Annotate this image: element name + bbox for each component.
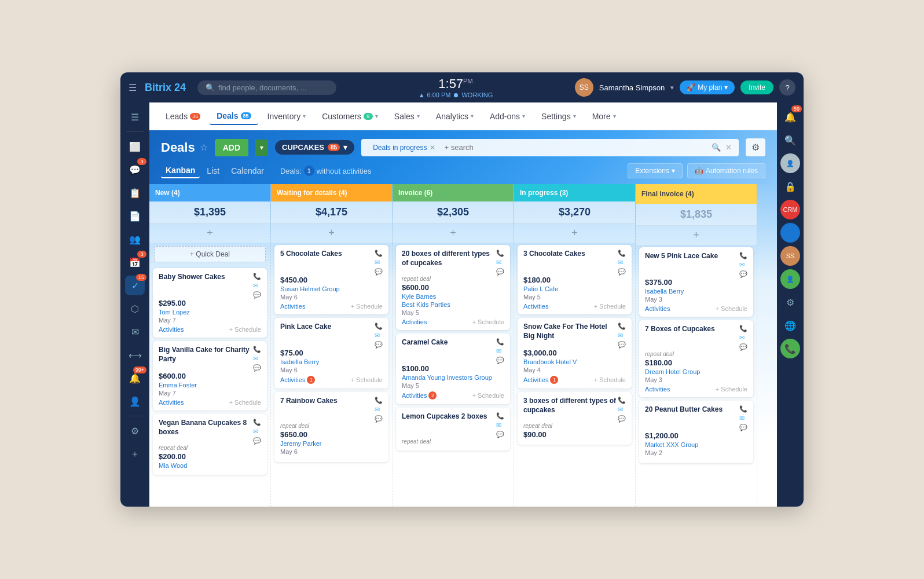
col-add-final[interactable]: +	[636, 226, 757, 245]
deal-card-7boxes-cupcakes[interactable]: 7 Boxes of Cupcakes 📞 ✉ 💬 repeat deal $1…	[639, 320, 753, 397]
tab-kanban[interactable]: Kanban	[161, 163, 200, 178]
rs-notifications[interactable]: 🔔59	[780, 107, 800, 127]
sidebar-icon-settings[interactable]: ⚙	[125, 421, 145, 441]
filter-cupcakes-button[interactable]: CUPCAKES 85 ▾	[275, 140, 354, 155]
deal-card-baby-shower[interactable]: Baby Shower Cakes 📞 ✉ 💬 $295.00 Tom Lope…	[153, 268, 267, 338]
phone-icon[interactable]: 📞	[739, 325, 747, 332]
rs-lock[interactable]: 🔒	[780, 177, 800, 196]
info-icon[interactable]: ⓘ	[743, 189, 751, 199]
comment-icon[interactable]: 💬	[739, 343, 747, 351]
mail-icon[interactable]: ✉	[253, 428, 261, 435]
deal-card-snow-cake[interactable]: Snow Cake For The Hotel Big Night 📞 ✉ 💬 …	[518, 318, 632, 389]
deal-card-7rainbow[interactable]: 7 Rainbow Cakes 📞 ✉ 💬 repeat deal $650.0…	[274, 392, 388, 462]
rs-search[interactable]: 🔍	[780, 130, 800, 150]
sidebar-icon-users[interactable]: 👥	[125, 229, 145, 249]
mail-icon[interactable]: ✉	[375, 406, 383, 413]
sidebar-icon-menu[interactable]: ☰	[125, 107, 145, 127]
activities-link[interactable]: Activities	[159, 399, 184, 406]
col-add-waiting[interactable]: +	[271, 223, 392, 243]
hamburger-icon[interactable]: ☰	[129, 82, 137, 93]
mail-icon[interactable]: ✉	[496, 347, 504, 355]
activities-link[interactable]: Activities	[159, 326, 184, 333]
activities-link[interactable]: Activities	[645, 305, 670, 312]
mail-icon[interactable]: ✉	[739, 261, 747, 269]
invite-button[interactable]: Invite	[740, 80, 773, 94]
phone-icon[interactable]: 📞	[375, 323, 383, 330]
deal-card-vegan-banana[interactable]: Vegan Banana Cupcakes 8 boxes 📞 ✉ 💬 repe…	[153, 414, 267, 475]
phone-icon[interactable]: 📞	[253, 419, 261, 426]
sidebar-icon-chat[interactable]: 💬3	[125, 160, 145, 179]
sidebar-icon-calendar[interactable]: 📅3	[125, 252, 145, 272]
schedule-link[interactable]: + Schedule	[716, 386, 747, 393]
schedule-link[interactable]: + Schedule	[229, 326, 261, 333]
card-contact[interactable]: Isabella Berry	[645, 288, 747, 295]
nav-customers[interactable]: Customers 9 ▾	[315, 108, 385, 124]
comment-icon[interactable]: 💬	[496, 431, 504, 438]
activities-link[interactable]: Activities	[402, 318, 427, 325]
favorite-icon[interactable]: ☆	[200, 142, 208, 153]
pipeline-tag-close[interactable]: ✕	[430, 144, 435, 152]
phone-icon[interactable]: 📞	[375, 250, 383, 257]
phone-icon[interactable]: 📞	[618, 323, 626, 330]
card-contact[interactable]: Market XXX Group	[645, 441, 747, 448]
nav-leads[interactable]: Leads 35	[159, 108, 207, 124]
rs-globe[interactable]: 🌐	[780, 316, 800, 335]
mail-icon[interactable]: ✉	[375, 259, 383, 266]
comment-icon[interactable]: 💬	[375, 268, 383, 276]
card-contact[interactable]: Dream Hotel Group	[645, 368, 747, 375]
comment-icon[interactable]: 💬	[253, 437, 261, 445]
nav-settings[interactable]: Settings ▾	[534, 108, 583, 124]
sidebar-icon-routes[interactable]: ⟷	[125, 345, 145, 365]
mail-icon[interactable]: ✉	[618, 406, 626, 413]
rs-avatar-crm[interactable]: CRM	[780, 200, 800, 219]
deal-card-5choc[interactable]: 5 Chocolate Cakes 📞 ✉ 💬 $450.00 Susan He…	[274, 245, 388, 314]
sidebar-icon-add[interactable]: ＋	[125, 444, 145, 464]
phone-icon[interactable]: 📞	[496, 338, 504, 346]
comment-icon[interactable]: 💬	[618, 415, 626, 423]
tab-list[interactable]: List	[202, 164, 224, 178]
clear-search-icon[interactable]: ✕	[725, 143, 732, 152]
comment-icon[interactable]: 💬	[618, 341, 626, 349]
activities-link[interactable]: Activities 2	[402, 391, 437, 400]
quick-deal-button[interactable]: + Quick Deal	[154, 246, 266, 262]
card-contact[interactable]: Emma Foster	[159, 382, 261, 389]
rs-avatar-3[interactable]: SS	[780, 246, 800, 266]
sidebar-icon-docs[interactable]: 📄	[125, 206, 145, 226]
mail-icon[interactable]: ✉	[739, 334, 747, 342]
deal-card-20peanut[interactable]: 20 Peanut Butter Cakes 📞 ✉ 💬 $1,200.00 M…	[639, 401, 753, 463]
phone-icon[interactable]: 📞	[253, 346, 261, 353]
comment-icon[interactable]: 💬	[739, 270, 747, 278]
comment-icon[interactable]: 💬	[253, 291, 261, 299]
user-dropdown-icon[interactable]: ▾	[670, 84, 674, 91]
activities-link[interactable]: Activities 1	[280, 376, 315, 384]
mail-icon[interactable]: ✉	[253, 355, 261, 362]
rs-settings[interactable]: ⚙	[780, 292, 800, 312]
schedule-link[interactable]: + Schedule	[594, 376, 626, 383]
card-contact[interactable]: Amanda Young Investors Group	[402, 374, 504, 381]
phone-icon[interactable]: 📞	[496, 412, 504, 420]
sidebar-icon-crm[interactable]: ✓15	[125, 276, 145, 295]
comment-icon[interactable]: 💬	[739, 424, 747, 431]
deal-card-lemon-cupcakes[interactable]: Lemon Cupcakes 2 boxes 📞 ✉ 💬 repeat deal	[396, 408, 510, 450]
rs-avatar-1[interactable]: 👤	[780, 153, 800, 173]
schedule-link[interactable]: + Schedule	[472, 318, 504, 325]
mail-icon[interactable]: ✉	[375, 332, 383, 339]
deal-card-3choc[interactable]: 3 Chocolate Cakes 📞 ✉ 💬 $180.00 Patio L …	[518, 245, 632, 314]
automation-button[interactable]: 🤖Automation rules	[687, 163, 765, 178]
phone-icon[interactable]: 📞	[618, 397, 626, 404]
search-bar[interactable]: 🔍	[197, 80, 336, 95]
deal-card-caramel[interactable]: Caramel Cake 📞 ✉ 💬 $100.00 Amanda Young …	[396, 334, 510, 404]
deal-card-vanilla-cake[interactable]: Big Vanilla Cake for Charity Party 📞 ✉ 💬…	[153, 341, 267, 411]
card-contact2[interactable]: Best Kids Parties	[402, 301, 504, 308]
comment-icon[interactable]: 💬	[496, 357, 504, 364]
mail-icon[interactable]: ✉	[496, 259, 504, 266]
phone-icon[interactable]: 📞	[253, 273, 261, 280]
card-contact[interactable]: Jeremy Parker	[280, 440, 383, 447]
nav-deals[interactable]: Deals 85	[210, 108, 258, 125]
nav-sales[interactable]: Sales ▾	[387, 108, 427, 124]
search-input[interactable]	[218, 83, 322, 92]
rs-avatar-4[interactable]: 👤	[780, 269, 800, 289]
add-button[interactable]: ADD	[215, 139, 248, 156]
mail-icon[interactable]: ✉	[739, 415, 747, 422]
mail-icon[interactable]: ✉	[496, 422, 504, 429]
